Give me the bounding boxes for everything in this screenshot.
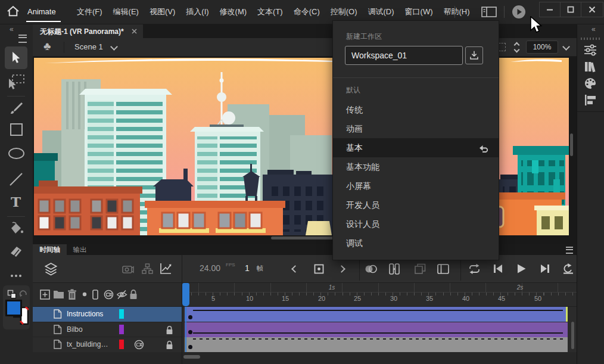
prev-frame-icon[interactable] [291, 265, 299, 273]
workspace-item-developer[interactable]: 开发人员 [333, 195, 499, 214]
menu-file[interactable]: 文件(F) [71, 0, 108, 24]
workspace-item-classic[interactable]: 传统 [333, 100, 499, 119]
menu-edit[interactable]: 编辑(E) [108, 0, 144, 24]
workspace-item-small-screen[interactable]: 小屏幕 [333, 176, 499, 195]
fps-value[interactable]: 24.00 [200, 263, 220, 273]
properties-panel-button[interactable] [584, 43, 597, 57]
timeline-panel-menu-icon[interactable] [566, 247, 573, 254]
app-brand[interactable]: Animate [27, 7, 56, 16]
text-tool[interactable]: T [11, 195, 21, 209]
layer-lock-icon[interactable] [166, 340, 173, 350]
reset-colors-icon[interactable] [19, 290, 27, 298]
layer-name[interactable]: Bilbo [67, 322, 83, 337]
workspace-item-designer[interactable]: 设计人员 [333, 214, 499, 234]
layer-lock-icon[interactable] [166, 325, 173, 335]
loop-icon[interactable] [468, 263, 481, 275]
track-tx-building[interactable] [185, 337, 568, 352]
layer-name[interactable]: Instructions [67, 307, 103, 321]
menu-text[interactable]: 文本(T) [252, 0, 288, 24]
tab-timeline[interactable]: 时间轴 [33, 244, 67, 255]
layer-row-instructions[interactable]: Instructions [33, 307, 182, 322]
workspace-item-basic-functions[interactable]: 基本功能 [333, 157, 499, 176]
zoom-level-box[interactable]: 100% [526, 41, 558, 54]
reset-workspace-icon[interactable] [479, 143, 489, 153]
tab-close-icon[interactable] [132, 29, 137, 34]
outline-color-dot-icon[interactable] [82, 292, 87, 297]
step-back-icon[interactable] [493, 263, 503, 274]
rewind-loop-icon[interactable] [562, 263, 574, 275]
paint-bucket-tool[interactable] [8, 221, 24, 237]
attach-camera-column-icon[interactable] [104, 290, 114, 300]
subselection-tool[interactable] [7, 74, 25, 91]
add-layer-icon[interactable] [40, 290, 50, 300]
align-panel-button[interactable] [584, 94, 597, 107]
stage-v-scrollbar[interactable] [570, 133, 573, 156]
track-bilbo[interactable] [185, 322, 568, 337]
scene-chevron-icon[interactable] [110, 43, 118, 51]
show-outlines-icon[interactable] [92, 290, 98, 300]
layer-attached-camera-icon[interactable] [134, 340, 144, 350]
play-button-icon[interactable] [516, 263, 527, 274]
swap-colors-icon[interactable] [7, 290, 17, 299]
test-movie-button[interactable] [512, 5, 525, 18]
current-frame-value[interactable]: 1 [245, 263, 250, 273]
stage-h-scrollbar[interactable] [271, 237, 334, 239]
menu-view[interactable]: 视图(V) [144, 0, 180, 24]
next-frame-icon[interactable] [338, 265, 345, 273]
layers-stack-icon[interactable] [45, 263, 57, 276]
tools-collapse-icon[interactable] [10, 24, 14, 33]
layer-color-swatch[interactable] [119, 309, 124, 319]
line-tool[interactable] [8, 171, 24, 188]
library-panel-button[interactable] [584, 60, 597, 73]
tools-menu-icon[interactable] [18, 35, 27, 43]
parenting-icon[interactable] [142, 263, 153, 274]
more-tools-icon[interactable] [11, 275, 13, 277]
save-workspace-button[interactable] [465, 46, 483, 64]
window-maximize-button[interactable] [560, 2, 581, 17]
panel-grip-handle[interactable] [581, 38, 601, 40]
brush-tool[interactable] [8, 101, 24, 116]
playhead-marker[interactable] [182, 283, 189, 306]
layer-color-swatch[interactable] [119, 325, 124, 334]
zoom-chevron-icon[interactable] [562, 43, 570, 51]
workspace-name-input[interactable] [345, 46, 463, 65]
step-forward-icon[interactable] [540, 263, 550, 274]
insert-keyframe-icon[interactable] [437, 264, 449, 274]
camera-icon[interactable] [122, 264, 134, 274]
timeline-v-scrollbar[interactable] [571, 322, 574, 349]
menu-insert[interactable]: 插入(I) [180, 0, 214, 24]
hide-all-layers-icon[interactable] [116, 290, 127, 300]
edit-symbols-icon[interactable] [43, 40, 51, 53]
rectangle-tool[interactable] [10, 123, 23, 136]
timeline-column-divider[interactable] [182, 255, 182, 364]
workspace-item-animation[interactable]: 动画 [333, 119, 499, 138]
stepper-down-icon[interactable] [514, 47, 520, 53]
workspace-item-debug[interactable]: 调试 [333, 234, 499, 253]
scene-name[interactable]: Scene 1 [74, 42, 103, 51]
track-instructions[interactable] [185, 307, 568, 322]
oval-tool[interactable] [8, 148, 24, 159]
document-tab[interactable]: 无标题-1 (VR Panorama)* [33, 24, 143, 38]
window-close-button[interactable] [581, 2, 603, 17]
selection-tool[interactable] [5, 46, 27, 69]
layer-color-swatch[interactable] [119, 340, 124, 349]
window-minimize-button[interactable] [539, 2, 561, 17]
home-button[interactable] [6, 4, 23, 20]
layer-row-tx-building[interactable]: tx_building… [33, 337, 182, 351]
lock-all-layers-icon[interactable] [129, 289, 138, 300]
menu-modify[interactable]: 修改(M) [214, 0, 253, 24]
delete-layer-icon[interactable] [67, 289, 77, 300]
center-frame-icon[interactable] [314, 264, 324, 274]
tab-output[interactable]: 输出 [67, 244, 93, 255]
add-folder-icon[interactable] [53, 290, 64, 299]
onion-skin-outlines-icon[interactable] [389, 263, 400, 275]
workspace-item-essentials[interactable]: 基本 [333, 138, 499, 157]
layer-name[interactable]: tx_building… [67, 337, 108, 351]
menu-command[interactable]: 命令(C) [288, 0, 325, 24]
zoom-stepper[interactable] [513, 41, 521, 54]
swatches-panel-button[interactable] [584, 77, 597, 90]
eraser-tool[interactable] [8, 244, 24, 259]
timeline-ruler[interactable]: 1s 2s 5 10 15 20 25 30 35 40 45 50 [182, 283, 577, 307]
edit-multiple-frames-icon[interactable] [415, 263, 426, 275]
workspace-switcher-button[interactable] [481, 7, 498, 18]
